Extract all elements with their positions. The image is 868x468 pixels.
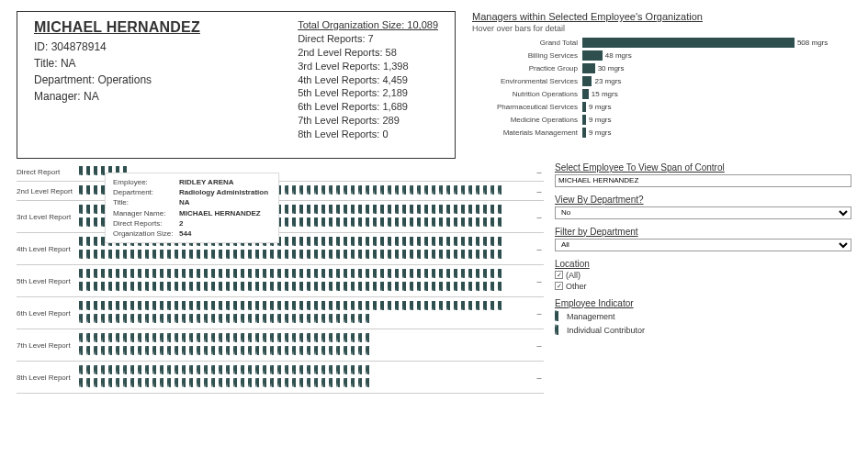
manager-icon[interactable]: [373, 217, 380, 230]
contributor-icon[interactable]: [86, 346, 94, 359]
manager-icon[interactable]: [483, 250, 490, 262]
manager-icon[interactable]: [454, 205, 461, 217]
contributor-icon[interactable]: [204, 333, 211, 346]
manager-icon[interactable]: [277, 282, 285, 295]
contributor-icon[interactable]: [86, 378, 94, 391]
manager-icon[interactable]: [299, 205, 307, 217]
manager-icon[interactable]: [417, 237, 424, 250]
manager-icon[interactable]: [255, 282, 263, 295]
manager-icon[interactable]: [145, 301, 152, 314]
contributor-icon[interactable]: [138, 378, 145, 391]
manager-icon[interactable]: [395, 269, 402, 282]
manager-icon[interactable]: [476, 217, 483, 230]
manager-icon[interactable]: [86, 166, 94, 179]
manager-icon[interactable]: [402, 301, 410, 314]
manager-icon[interactable]: [498, 205, 505, 217]
contributor-icon[interactable]: [167, 378, 175, 391]
manager-icon[interactable]: [373, 205, 380, 217]
manager-icon[interactable]: [424, 301, 432, 314]
contributor-icon[interactable]: [211, 314, 219, 327]
manager-icon[interactable]: [446, 269, 454, 282]
contributor-icon[interactable]: [101, 365, 108, 378]
contributor-icon[interactable]: [263, 314, 270, 327]
contributor-icon[interactable]: [255, 378, 263, 391]
manager-icon[interactable]: [366, 237, 373, 250]
contributor-icon[interactable]: [160, 333, 167, 346]
manager-icon[interactable]: [219, 269, 226, 282]
manager-icon[interactable]: [138, 250, 145, 262]
contributor-icon[interactable]: [116, 346, 123, 359]
manager-icon[interactable]: [388, 217, 395, 230]
manager-icon[interactable]: [116, 269, 123, 282]
contributor-icon[interactable]: [138, 365, 145, 378]
manager-icon[interactable]: [373, 301, 380, 314]
contributor-icon[interactable]: [292, 314, 299, 327]
manager-icon[interactable]: [86, 269, 94, 282]
contributor-icon[interactable]: [175, 346, 182, 359]
contributor-icon[interactable]: [277, 346, 285, 359]
contributor-icon[interactable]: [299, 333, 307, 346]
managers-barchart[interactable]: Grand Total508 mgrsBilling Services48 mg…: [472, 37, 851, 142]
contributor-icon[interactable]: [366, 314, 373, 327]
contributor-icon[interactable]: [86, 365, 94, 378]
contributor-icon[interactable]: [175, 378, 182, 391]
level-icons[interactable]: [79, 365, 535, 391]
manager-icon[interactable]: [255, 250, 263, 262]
contributor-icon[interactable]: [490, 185, 498, 198]
contributor-icon[interactable]: [138, 333, 145, 346]
contributor-icon[interactable]: [321, 346, 329, 359]
contributor-icon[interactable]: [248, 314, 255, 327]
manager-icon[interactable]: [410, 205, 417, 217]
contributor-icon[interactable]: [219, 333, 226, 346]
contributor-icon[interactable]: [86, 314, 94, 327]
contributor-icon[interactable]: [358, 314, 366, 327]
contributor-icon[interactable]: [226, 346, 233, 359]
contributor-icon[interactable]: [307, 365, 314, 378]
manager-icon[interactable]: [366, 250, 373, 262]
manager-icon[interactable]: [285, 269, 292, 282]
manager-icon[interactable]: [446, 205, 454, 217]
manager-icon[interactable]: [219, 250, 226, 262]
contributor-icon[interactable]: [145, 333, 152, 346]
manager-icon[interactable]: [167, 282, 175, 295]
manager-icon[interactable]: [292, 237, 299, 250]
manager-icon[interactable]: [366, 217, 373, 230]
manager-icon[interactable]: [94, 237, 101, 250]
manager-icon[interactable]: [138, 269, 145, 282]
contributor-icon[interactable]: [248, 346, 255, 359]
contributor-icon[interactable]: [219, 314, 226, 327]
location-other-checkbox[interactable]: [555, 282, 563, 290]
manager-icon[interactable]: [123, 282, 130, 295]
manager-icon[interactable]: [270, 250, 277, 262]
manager-icon[interactable]: [241, 250, 248, 262]
manager-icon[interactable]: [314, 250, 321, 262]
manager-icon[interactable]: [358, 205, 366, 217]
manager-icon[interactable]: [138, 301, 145, 314]
contributor-icon[interactable]: [138, 346, 145, 359]
manager-icon[interactable]: [461, 205, 468, 217]
contributor-icon[interactable]: [130, 378, 138, 391]
manager-icon[interactable]: [226, 282, 233, 295]
manager-icon[interactable]: [270, 269, 277, 282]
contributor-icon[interactable]: [446, 185, 454, 198]
manager-icon[interactable]: [388, 282, 395, 295]
contributor-icon[interactable]: [255, 333, 263, 346]
manager-icon[interactable]: [321, 217, 329, 230]
manager-icon[interactable]: [86, 217, 94, 230]
contributor-icon[interactable]: [336, 365, 344, 378]
level-collapse-icon[interactable]: –: [535, 277, 544, 286]
contributor-icon[interactable]: [285, 346, 292, 359]
contributor-icon[interactable]: [182, 378, 189, 391]
manager-icon[interactable]: [380, 301, 388, 314]
contributor-icon[interactable]: [79, 365, 86, 378]
manager-icon[interactable]: [321, 250, 329, 262]
level-icons[interactable]: [79, 269, 535, 295]
contributor-icon[interactable]: [138, 314, 145, 327]
contributor-icon[interactable]: [321, 378, 329, 391]
contributor-icon[interactable]: [108, 314, 116, 327]
manager-icon[interactable]: [373, 237, 380, 250]
contributor-icon[interactable]: [299, 346, 307, 359]
manager-icon[interactable]: [130, 301, 138, 314]
manager-icon[interactable]: [490, 205, 498, 217]
manager-icon[interactable]: [123, 301, 130, 314]
